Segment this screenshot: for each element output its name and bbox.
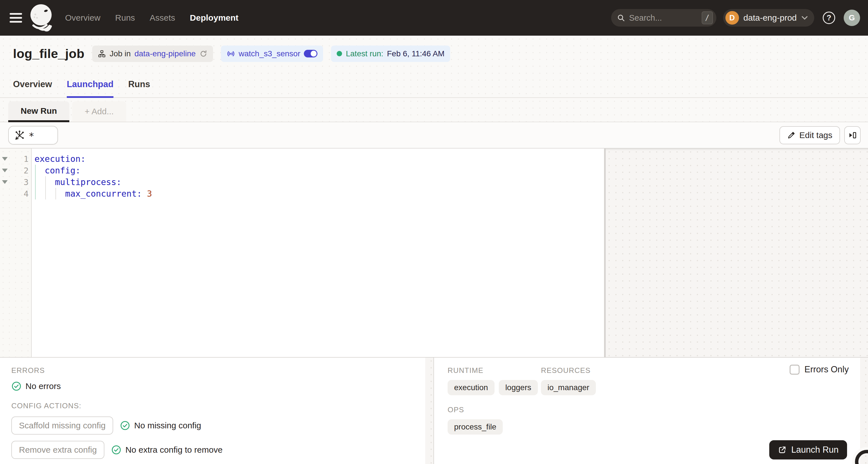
pencil-icon bbox=[787, 131, 796, 140]
search-input-wrapper[interactable]: / bbox=[611, 9, 716, 27]
user-avatar[interactable]: G bbox=[844, 10, 860, 26]
code-line: multiprocess: bbox=[34, 176, 604, 188]
edit-tags-label: Edit tags bbox=[799, 130, 832, 140]
latest-run-value: Feb 6, 11:46 AM bbox=[387, 49, 444, 58]
line-number: 1 bbox=[13, 154, 31, 164]
runtime-tag[interactable]: execution bbox=[447, 380, 495, 395]
runtime-label: RUNTIME bbox=[447, 366, 523, 375]
bottom-right-margin bbox=[860, 358, 868, 464]
line-number: 4 bbox=[13, 189, 31, 198]
line-number: 2 bbox=[13, 166, 31, 176]
no-extra-config-status: No extra config to remove bbox=[111, 445, 223, 455]
job-badge: Job in data-eng-pipeline bbox=[92, 45, 213, 62]
launch-run-button[interactable]: Launch Run bbox=[769, 440, 847, 460]
ops-tag[interactable]: process_file bbox=[447, 419, 503, 435]
tab-launchpad[interactable]: Launchpad bbox=[67, 70, 114, 98]
code-line: execution: bbox=[34, 153, 604, 165]
op-selector-icon bbox=[14, 130, 25, 141]
nav-overview[interactable]: Overview bbox=[65, 13, 100, 23]
primary-nav: Overview Runs Assets Deployment bbox=[65, 13, 239, 23]
bottom-section: ERRORS No errors CONFIG ACTIONS: Scaffol… bbox=[0, 357, 868, 464]
help-icon[interactable]: ? bbox=[823, 11, 836, 25]
code-line: max_concurrent: 3 bbox=[34, 188, 604, 199]
job-tabs: Overview Launchpad Runs bbox=[0, 70, 868, 98]
check-circle-icon bbox=[120, 421, 130, 431]
fold-arrow-icon[interactable] bbox=[0, 157, 13, 161]
check-circle-icon bbox=[11, 381, 22, 391]
search-icon bbox=[617, 13, 625, 22]
launch-icon bbox=[778, 445, 787, 454]
run-preview-panel: RUNTIME execution loggers RESOURCES io_m… bbox=[433, 358, 860, 464]
expand-panel-button[interactable] bbox=[844, 126, 861, 144]
editor-gutter: 1 2 3 4 bbox=[0, 149, 32, 357]
errors-only-checkbox[interactable] bbox=[789, 365, 800, 375]
tab-overview[interactable]: Overview bbox=[13, 70, 52, 98]
job-pipeline-link[interactable]: data-eng-pipeline bbox=[134, 49, 195, 58]
op-selector-input[interactable]: * bbox=[8, 126, 58, 145]
nav-deployment[interactable]: Deployment bbox=[190, 13, 239, 23]
refresh-icon[interactable] bbox=[199, 50, 207, 58]
editor-right-panel bbox=[606, 149, 868, 357]
dagster-logo-icon[interactable] bbox=[28, 2, 56, 34]
sensor-badge: watch_s3_sensor bbox=[221, 45, 323, 62]
expand-panel-icon bbox=[848, 131, 857, 140]
config-editor[interactable]: execution: config: multiprocess: max_con… bbox=[32, 149, 604, 357]
errors-only-label: Errors Only bbox=[804, 364, 849, 375]
config-actions-label: CONFIG ACTIONS: bbox=[11, 401, 414, 410]
errors-label: ERRORS bbox=[11, 366, 414, 375]
config-editor-pane: 1 2 3 4 execution: config: multiprocess:… bbox=[0, 149, 606, 357]
fold-arrow-icon[interactable] bbox=[0, 180, 13, 184]
panel-splitter bbox=[425, 358, 433, 464]
launchpad-toolbar: * Edit tags bbox=[0, 122, 868, 149]
check-circle-icon bbox=[111, 445, 121, 455]
top-navbar: Overview Runs Assets Deployment / D data… bbox=[0, 0, 868, 36]
page-title: log_file_job bbox=[13, 47, 84, 61]
sensor-icon bbox=[227, 50, 235, 58]
resources-label: RESOURCES bbox=[541, 366, 596, 375]
sensor-toggle[interactable] bbox=[304, 50, 317, 57]
op-selector-value: * bbox=[29, 129, 34, 142]
code-line: config: bbox=[34, 165, 604, 176]
deployment-name: data-eng-prod bbox=[744, 13, 797, 23]
menu-icon[interactable] bbox=[10, 13, 22, 23]
edit-tags-button[interactable]: Edit tags bbox=[779, 126, 840, 144]
deployment-avatar: D bbox=[725, 11, 739, 25]
runtime-tag[interactable]: loggers bbox=[499, 380, 538, 395]
config-tab-new-run[interactable]: New Run bbox=[8, 101, 69, 122]
errors-panel: ERRORS No errors CONFIG ACTIONS: Scaffol… bbox=[0, 358, 425, 464]
job-badge-prefix: Job in bbox=[110, 49, 131, 58]
run-status-dot bbox=[337, 51, 342, 56]
job-graph-icon bbox=[98, 50, 106, 58]
tab-runs[interactable]: Runs bbox=[128, 70, 150, 98]
latest-run-badge[interactable]: Latest run: Feb 6, 11:46 AM bbox=[331, 45, 450, 62]
config-tab-add[interactable]: + Add... bbox=[72, 101, 126, 122]
line-number: 3 bbox=[13, 177, 31, 187]
latest-run-label: Latest run: bbox=[346, 49, 383, 58]
deployment-switcher[interactable]: D data-eng-prod bbox=[723, 9, 814, 27]
launchpad-main: 1 2 3 4 execution: config: multiprocess:… bbox=[0, 149, 868, 357]
fold-arrow-icon[interactable] bbox=[0, 168, 13, 172]
no-errors-status: No errors bbox=[11, 381, 414, 391]
no-missing-config-status: No missing config bbox=[120, 421, 201, 431]
launchpad-tab-strip: New Run + Add... bbox=[0, 98, 868, 122]
resources-tag[interactable]: io_manager bbox=[541, 380, 596, 395]
chevron-down-icon bbox=[801, 16, 808, 20]
page-header: log_file_job Job in data-eng-pipeline bbox=[0, 36, 868, 70]
scaffold-missing-config-button[interactable]: Scaffold missing config bbox=[11, 416, 113, 435]
ops-label: OPS bbox=[447, 405, 860, 414]
errors-only-control: Errors Only bbox=[789, 364, 849, 375]
remove-extra-config-button[interactable]: Remove extra config bbox=[11, 441, 104, 459]
nav-runs[interactable]: Runs bbox=[115, 13, 135, 23]
search-input[interactable] bbox=[629, 13, 702, 23]
search-shortcut-badge: / bbox=[702, 11, 713, 24]
sensor-link[interactable]: watch_s3_sensor bbox=[239, 49, 301, 58]
nav-assets[interactable]: Assets bbox=[150, 13, 175, 23]
